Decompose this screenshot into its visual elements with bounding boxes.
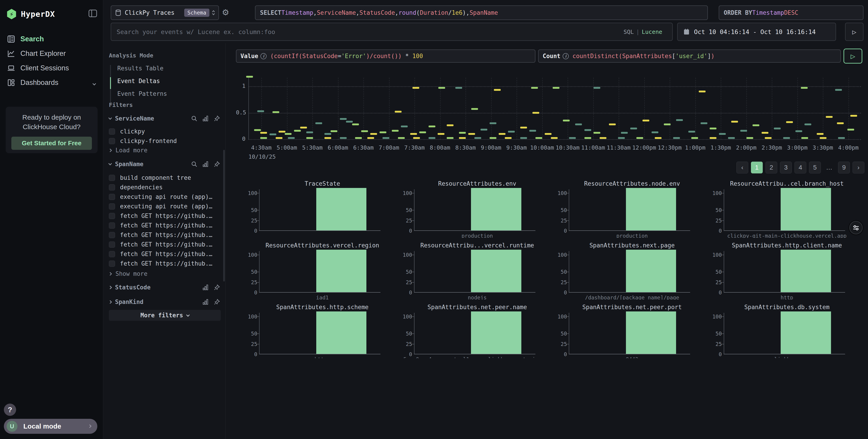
gear-icon[interactable]: ⚙ (222, 8, 229, 17)
get-started-button[interactable]: Get Started for Free (11, 137, 92, 150)
attribute-chart-tile[interactable]: ResourceAttribu...vercel.runtime02550100… (400, 241, 555, 300)
query-language-toggle[interactable]: SQL|Lucene (623, 29, 662, 35)
checkbox[interactable] (109, 261, 115, 267)
sliders-icon (852, 224, 859, 231)
filters-scrollbar[interactable] (223, 150, 225, 282)
filter-option[interactable]: fetch GET https://github.… (109, 249, 222, 259)
scatter-point (392, 130, 399, 131)
filter-option[interactable]: fetch GET https://github.… (109, 230, 222, 240)
search-list-icon (7, 35, 16, 43)
filter-group-servicename[interactable]: ServiceName (109, 114, 220, 123)
filter-group-name: SpanName (115, 161, 144, 168)
checkbox[interactable] (109, 128, 115, 135)
attribute-chart-tile[interactable]: ResourceAttributes.vercel.region02550100… (245, 241, 400, 300)
filter-option[interactable]: clickpy-frontend (109, 136, 222, 146)
attribute-chart-tile[interactable]: ResourceAttributes.node.env02550100produ… (555, 179, 709, 238)
filter-group-statuscode[interactable]: StatusCode (109, 283, 220, 292)
sidebar-item-search[interactable]: Search (0, 32, 103, 46)
local-mode-menu[interactable]: U Local mode (4, 419, 97, 434)
tile-title: SpanAttributes.http.client.name (710, 242, 864, 249)
lucene-toggle[interactable]: Lucene (642, 29, 662, 35)
filter-group-spankind[interactable]: SpanKind (109, 297, 220, 306)
tile-x-axis (569, 292, 690, 293)
sidebar-item-client-sessions[interactable]: Client Sessions (0, 61, 103, 76)
load-more-button[interactable]: Load more (109, 146, 148, 155)
filter-option[interactable]: executing api route (app)… (109, 202, 222, 211)
tile-y-tick-label: 25 (245, 280, 257, 285)
checkbox[interactable] (109, 241, 115, 247)
checkbox[interactable] (109, 175, 115, 181)
search-input[interactable]: Search your events w/ Lucene ex. column:… (111, 23, 673, 41)
attribute-chart-tile[interactable]: SpanAttributes.http.scheme02550100https (245, 303, 400, 358)
orderby-input[interactable]: ORDER BY Timestamp DESC (719, 5, 864, 20)
tile-y-tick-label: 100 (555, 314, 567, 320)
source-select[interactable]: ClickPy Traces Schema (111, 5, 219, 20)
tile-title: ResourceAttribu...vercel.runtime (400, 242, 555, 249)
attribute-chart-tile[interactable]: ResourceAttributes.env02550100production (400, 179, 555, 238)
attribute-chart-tile[interactable]: TraceState02550100 (245, 179, 400, 238)
count-expression-input[interactable]: Count i countDistinct(SpanAttributes['us… (538, 50, 841, 63)
page-button-2[interactable]: 2 (766, 162, 777, 173)
run-query-button[interactable]: ▷ (843, 49, 862, 64)
scatter-point (398, 137, 405, 139)
next-page-button[interactable]: › (852, 162, 864, 173)
attribute-chart-tile[interactable]: SpanAttributes.net.peer.name02550100z5nr… (400, 303, 555, 358)
filter-option[interactable]: clickpy (109, 127, 222, 136)
filter-option[interactable]: dependencies (109, 182, 222, 192)
filter-option[interactable]: fetch GET https://github.… (109, 259, 222, 268)
date-range-picker[interactable]: Oct 10 04:16:14 - Oct 10 16:16:14 (677, 23, 836, 41)
sidebar-item-chart-explorer[interactable]: Chart Explorer (0, 46, 103, 61)
page-button-4[interactable]: 4 (795, 162, 806, 173)
select-query-input[interactable]: SELECT Timestamp, ServiceName, StatusCod… (255, 5, 708, 20)
sql-toggle[interactable]: SQL (623, 29, 633, 35)
checkbox[interactable] (109, 203, 115, 209)
page-button-1[interactable]: 1 (751, 162, 763, 173)
filter-option[interactable]: executing api route (app)… (109, 192, 222, 202)
checkbox[interactable] (109, 194, 115, 200)
checkbox[interactable] (109, 223, 115, 229)
event-deltas-chart[interactable]: 4:30am5:00am5:30am6:00am6:30am7:00am7:30… (236, 68, 864, 164)
checkbox[interactable] (109, 251, 115, 257)
sidebar-item-dashboards[interactable]: Dashboards (0, 76, 103, 90)
sql-token: 'user_id' (675, 53, 707, 59)
analysis-mode-results-table[interactable]: Results Table (117, 65, 163, 72)
filter-group-spanname[interactable]: SpanName (109, 159, 220, 169)
attribute-chart-tile[interactable]: SpanAttributes.next.page02550100/dashboa… (555, 241, 709, 300)
chevron-right-icon (108, 272, 112, 275)
page-button-3[interactable]: 3 (780, 162, 792, 173)
sql-token: 100 (412, 53, 423, 59)
page-button-9[interactable]: 9 (838, 162, 850, 173)
filter-option[interactable]: fetch GET https://github.… (109, 221, 222, 230)
show-more-button[interactable]: Show more (109, 269, 148, 278)
filter-option[interactable]: fetch GET https://github.… (109, 211, 222, 221)
column-chart-icon (203, 115, 209, 122)
page-button-5[interactable]: 5 (809, 162, 821, 173)
analysis-mode-event-patterns[interactable]: Event Patterns (117, 90, 167, 97)
checkbox[interactable] (109, 138, 115, 144)
scatter-point (553, 87, 559, 89)
scatter-point (593, 132, 600, 134)
value-expression-input[interactable]: Value i (countIf(StatusCode='Error')/cou… (236, 50, 535, 63)
tile-y-tick-mark (566, 316, 569, 317)
help-button[interactable]: ? (4, 404, 16, 416)
attribute-chart-tile[interactable]: SpanAttributes.http.client.name02550100h… (710, 241, 864, 300)
prev-page-button[interactable]: ‹ (736, 162, 748, 173)
more-filters-button[interactable]: More filters (109, 310, 221, 321)
checkbox[interactable] (109, 213, 115, 219)
checkbox[interactable] (109, 232, 115, 238)
attribute-chart-tile[interactable]: ResourceAttribu..cel.branch_host02550100… (710, 179, 864, 238)
filter-option[interactable]: build component tree (109, 173, 222, 182)
attribute-chart-tile[interactable]: SpanAttributes.net.peer.port025501008443 (555, 303, 709, 358)
collapse-sidebar-icon[interactable] (89, 9, 97, 17)
chart-config-floating-button[interactable] (849, 221, 863, 234)
tile-y-tick-label: 50 (245, 207, 257, 213)
tile-y-tick-label: 25 (245, 341, 257, 347)
search-run-button[interactable]: ▷ (845, 23, 864, 41)
scatter-point (273, 111, 279, 113)
filter-option[interactable]: fetch GET https://github.… (109, 240, 222, 249)
checkbox[interactable] (109, 184, 115, 191)
attribute-chart-tile[interactable]: SpanAttributes.db.system02550100clickhou… (710, 303, 864, 358)
analysis-mode-event-deltas[interactable]: Event Deltas (117, 78, 160, 84)
tile-y-tick-label: 50 (400, 269, 412, 275)
filter-option-label: fetch GET https://github.… (120, 222, 212, 229)
